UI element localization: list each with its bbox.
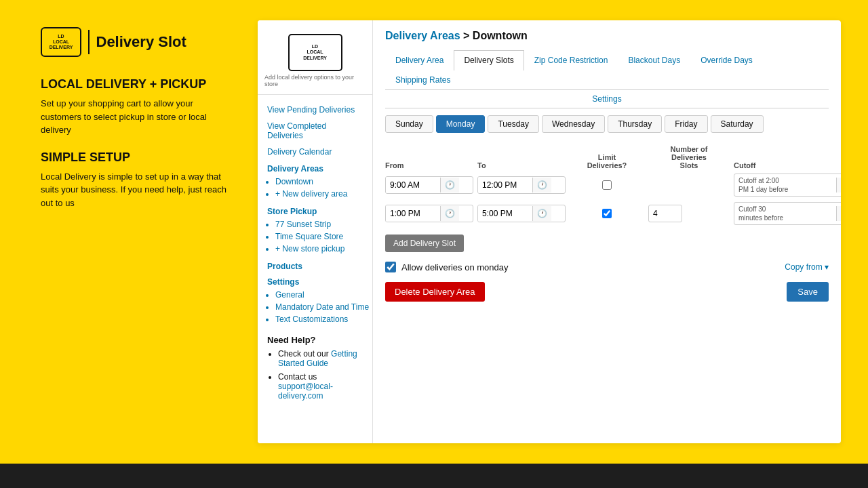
breadcrumb: Delivery Areas > Downtown	[385, 30, 829, 42]
sidebar-section-products: Products	[258, 258, 372, 273]
store-pickup-list: 77 Sunset Strip Time Square Store + New …	[258, 218, 372, 255]
col-slots: Number ofDeliveriesSlots	[648, 145, 730, 169]
sidebar-section-delivery-areas: Delivery Areas	[258, 160, 372, 176]
sidebar-logo-icon: LDLOCALDELIVERY	[288, 34, 342, 71]
need-help-guide: Check out our Getting Started Guide	[278, 349, 363, 368]
slot1-cutoff-clock-icon[interactable]: 🕐	[836, 178, 841, 192]
sidebar-item-text-custom[interactable]: Text Customizations	[275, 313, 372, 325]
getting-started-link[interactable]: Getting Started Guide	[278, 349, 357, 368]
action-row: Delete Delivery Area Save	[385, 282, 829, 302]
copy-from-link[interactable]: Copy from ▾	[785, 262, 829, 272]
sidebar-logo: LDLOCALDELIVERY Add local delivery optio…	[258, 28, 372, 95]
settings-link[interactable]: Settings	[592, 94, 621, 104]
day-tab-friday[interactable]: Friday	[665, 115, 707, 133]
main-content: Delivery Areas > Downtown Delivery Area …	[373, 20, 841, 443]
breadcrumb-current: Downtown	[473, 30, 528, 41]
left-panel: LDLOCALDELIVERY Delivery Slot LOCAL DELI…	[41, 20, 231, 443]
allow-deliveries-row: Allow deliveries on monday Copy from ▾	[385, 262, 829, 272]
sidebar-section-store-pickup: Store Pickup	[258, 203, 372, 218]
left-desc-1: Set up your shopping cart to allow your …	[41, 97, 231, 137]
logo-divider	[88, 30, 90, 54]
slot1-from-input[interactable]	[386, 177, 440, 193]
sidebar-item-general[interactable]: General	[275, 289, 372, 301]
slot2-to-wrap: 🕐	[477, 205, 566, 222]
slot2-cutoff-wrap: Cutoff 30minutes before 🕐	[734, 202, 841, 225]
sidebar-logo-sub: Add local delivery options to your store	[264, 74, 366, 87]
add-slot-button[interactable]: Add Delivery Slot	[385, 235, 464, 252]
day-tab-wednesday[interactable]: Wednesday	[542, 115, 605, 133]
footer-bar	[0, 464, 868, 488]
logo-slot-text: Delivery Slot	[96, 33, 186, 51]
day-tab-monday[interactable]: Monday	[436, 115, 486, 133]
tab-delivery-slots[interactable]: Delivery Slots	[454, 50, 524, 70]
slot2-from-wrap: 🕐	[385, 205, 473, 222]
sidebar-section-settings: Settings	[258, 273, 372, 289]
need-help-section: Need Help? Check out our Getting Started…	[258, 328, 372, 411]
need-help-contact: Contact us support@local-delivery.com	[278, 372, 363, 401]
settings-row: Settings	[385, 90, 829, 108]
slot1-from-clock-icon[interactable]: 🕐	[440, 178, 459, 192]
sidebar-item-77sunset[interactable]: 77 Sunset Strip	[275, 218, 372, 230]
day-tab-saturday[interactable]: Saturday	[711, 115, 764, 133]
sidebar-item-new-delivery[interactable]: + New delivery area	[275, 188, 372, 200]
breadcrumb-delivery-areas[interactable]: Delivery Areas	[385, 30, 460, 41]
slot2-num-input[interactable]	[648, 205, 682, 222]
day-tab-tuesday[interactable]: Tuesday	[488, 115, 539, 133]
tab-bar: Delivery Area Delivery Slots Zip Code Re…	[385, 50, 829, 90]
slot1-to-wrap: 🕐	[477, 176, 566, 194]
slot1-cutoff-wrap: Cutoff at 2:00PM 1 day before 🕐	[734, 174, 841, 197]
slot1-limit-checkbox[interactable]	[602, 180, 612, 190]
tab-delivery-area[interactable]: Delivery Area	[385, 50, 454, 70]
support-email-link[interactable]: support@local-delivery.com	[278, 382, 333, 401]
sidebar-item-mandatory-date[interactable]: Mandatory Date and Time	[275, 301, 372, 313]
col-to: To	[477, 161, 566, 169]
need-help-title: Need Help?	[267, 335, 363, 345]
col-from: From	[385, 161, 473, 169]
slot-row-2: 🕐 🕐 Cutoff 30minutes before 🕐 Remove	[385, 202, 829, 225]
left-heading-2: SIMPLE SETUP	[41, 150, 231, 165]
col-limit: LimitDeliveries?	[570, 153, 644, 169]
sidebar-link-calendar[interactable]: Delivery Calendar	[258, 144, 372, 160]
sidebar: LDLOCALDELIVERY Add local delivery optio…	[258, 20, 373, 443]
slot2-num-cell	[648, 205, 730, 222]
slot2-to-clock-icon[interactable]: 🕐	[532, 206, 551, 221]
sidebar-item-timesquare[interactable]: Time Square Store	[275, 230, 372, 243]
slot1-to-clock-icon[interactable]: 🕐	[532, 178, 551, 192]
tab-zip-code[interactable]: Zip Code Restriction	[524, 50, 618, 70]
right-panel: LDLOCALDELIVERY Add local delivery optio…	[258, 20, 841, 443]
slot2-cutoff-text: Cutoff 30minutes before	[734, 203, 836, 224]
day-tabs: Sunday Monday Tuesday Wednesday Thursday…	[385, 115, 829, 133]
tab-shipping-rates[interactable]: Shipping Rates	[385, 70, 460, 89]
breadcrumb-separator: >	[463, 30, 473, 41]
tab-override-days[interactable]: Override Days	[690, 50, 763, 70]
sidebar-item-downtown[interactable]: Downtown	[275, 176, 372, 188]
slot2-limit-checkbox[interactable]	[602, 209, 612, 218]
slot2-from-clock-icon[interactable]: 🕐	[440, 206, 459, 221]
logo-area: LDLOCALDELIVERY Delivery Slot	[41, 27, 231, 57]
allow-deliveries-label: Allow deliveries on monday	[401, 262, 509, 272]
tab-blackout-days[interactable]: Blackout Days	[618, 50, 690, 70]
slot2-to-input[interactable]	[478, 205, 532, 222]
sidebar-link-pending[interactable]: View Pending Deliveries	[258, 102, 372, 118]
sidebar-item-new-store[interactable]: + New store pickup	[275, 243, 372, 255]
slot1-to-input[interactable]	[478, 177, 532, 193]
slot2-limit-cell	[570, 209, 644, 218]
logo-icon: LDLOCALDELIVERY	[41, 27, 81, 57]
slots-header: From To LimitDeliveries? Number ofDelive…	[385, 142, 829, 174]
save-button[interactable]: Save	[787, 282, 829, 302]
slot1-limit-cell	[570, 180, 644, 190]
col-cutoff: Cutoff	[734, 161, 841, 169]
sidebar-link-completed[interactable]: View Completed Deliveries	[258, 118, 372, 144]
settings-list: General Mandatory Date and Time Text Cus…	[258, 289, 372, 325]
left-heading-1: LOCAL DELIVERY + PICKUP	[41, 77, 231, 92]
slot1-cutoff-text: Cutoff at 2:00PM 1 day before	[734, 174, 836, 196]
delete-delivery-area-button[interactable]: Delete Delivery Area	[385, 282, 485, 302]
day-tab-thursday[interactable]: Thursday	[608, 115, 662, 133]
allow-deliveries-checkbox[interactable]	[385, 262, 396, 272]
left-desc-2: Local Delivery is simple to set up in a …	[41, 170, 231, 210]
slot2-cutoff-clock-icon[interactable]: 🕐	[836, 206, 841, 221]
day-tab-sunday[interactable]: Sunday	[385, 115, 433, 133]
slot1-from-wrap: 🕐	[385, 176, 473, 194]
slot-row-1: 🕐 🕐 Cutoff at 2:00PM 1 day before 🕐 Remo…	[385, 174, 829, 197]
slot2-from-input[interactable]	[386, 205, 440, 222]
